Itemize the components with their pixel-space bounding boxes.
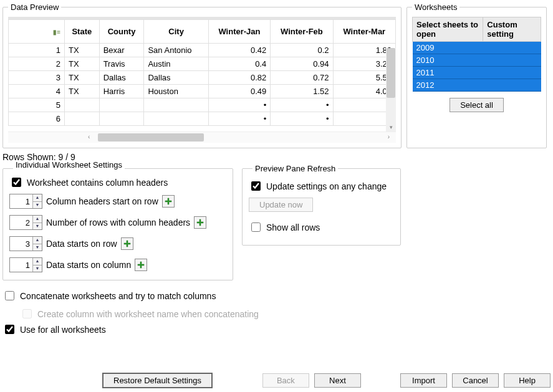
preview-table: ▮≡ State County City Winter-Jan Winter-F…: [8, 19, 396, 126]
table-row[interactable]: 4TXHarrisHouston0.491.524.08: [9, 85, 396, 98]
plus-icon: [196, 218, 204, 227]
worksheets-table: Select sheets to open Custom setting 200…: [412, 17, 541, 92]
update-now-button[interactable]: Update now: [249, 198, 313, 212]
cancel-button[interactable]: Cancel: [452, 373, 499, 388]
spin-down-icon[interactable]: ▼: [33, 244, 42, 251]
worksheet-row[interactable]: 2011: [413, 67, 541, 79]
worksheet-row[interactable]: 2009: [413, 42, 541, 54]
scroll-thumb[interactable]: [387, 48, 395, 98]
add-range-button[interactable]: [194, 216, 206, 229]
worksheets-title: Worksheets: [412, 2, 459, 12]
preview-pane: ▮≡ State County City Winter-Jan Winter-F…: [8, 17, 396, 143]
table-row[interactable]: 1TXBexarSan Antonio0.420.21.82: [9, 44, 396, 57]
col-header[interactable]: County: [99, 20, 144, 44]
worksheet-row[interactable]: 2012: [413, 79, 541, 92]
concat-check[interactable]: Concatenate worksheets and try to match …: [2, 289, 551, 302]
spin-down-icon[interactable]: ▼: [33, 265, 42, 272]
data-preview-title: Data Preview: [8, 2, 61, 12]
update-any-checkbox[interactable]: [251, 181, 261, 191]
use-all-check[interactable]: Use for all worksheets: [2, 323, 551, 336]
worksheet-row[interactable]: 2010: [413, 54, 541, 67]
spin-up-icon[interactable]: ▲: [33, 216, 42, 223]
plus-icon: [123, 239, 132, 248]
update-any-check[interactable]: Update settings on any change: [249, 179, 394, 193]
headers-start-spin[interactable]: ▲▼: [9, 194, 42, 209]
table-row[interactable]: 2TXTravisAustin0.40.943.21: [9, 57, 396, 71]
show-all-check[interactable]: Show all rows: [249, 221, 394, 234]
restore-defaults-button[interactable]: Restore Default Settings: [102, 373, 213, 388]
headers-start-input[interactable]: [10, 194, 32, 208]
vertical-scrollbar[interactable]: ▾: [386, 48, 396, 131]
scroll-thumb[interactable]: [98, 133, 204, 141]
data-col-label: Data starts on column: [46, 260, 131, 270]
col-header[interactable]: Winter-Feb: [271, 20, 333, 44]
num-header-rows-label: Number of rows with column headers: [46, 218, 190, 227]
plus-icon: [137, 261, 145, 269]
data-row-input[interactable]: [10, 237, 32, 251]
worksheets-col-select[interactable]: Select sheets to open: [413, 17, 483, 42]
table-row[interactable]: 6•••: [9, 112, 396, 126]
col-header[interactable]: Winter-Mar: [333, 20, 395, 44]
has-headers-checkbox[interactable]: [12, 178, 21, 187]
spin-up-icon[interactable]: ▲: [33, 237, 42, 244]
add-range-button[interactable]: [135, 259, 147, 271]
num-header-rows-input[interactable]: [10, 216, 32, 229]
select-all-button[interactable]: Select all: [450, 98, 504, 112]
spin-up-icon[interactable]: ▲: [33, 194, 42, 202]
footer-buttons: Restore Default Settings Back Next Impor…: [2, 373, 551, 388]
iws-title: Individual Worksheet Settings: [13, 160, 125, 170]
table-row[interactable]: 3TXDallasDallas0.820.725.56: [9, 71, 396, 85]
spin-down-icon[interactable]: ▼: [33, 223, 42, 230]
create-col-check: Create column with worksheet name when c…: [20, 307, 551, 320]
data-col-input[interactable]: [10, 258, 32, 272]
help-button[interactable]: Help: [504, 373, 551, 388]
back-button[interactable]: Back: [262, 373, 309, 388]
col-header[interactable]: City: [144, 20, 208, 44]
plus-icon: [164, 197, 173, 206]
data-preview-group: Data Preview ▮≡ State County City Winter…: [2, 2, 402, 148]
create-col-checkbox: [22, 309, 32, 318]
corner-cell: ▮≡: [9, 20, 65, 44]
data-col-spin[interactable]: ▲▼: [9, 257, 42, 272]
import-button[interactable]: Import: [400, 373, 447, 388]
table-row[interactable]: 5•••: [9, 98, 396, 112]
corner-glyph-icon: ▮≡: [53, 29, 60, 36]
show-all-checkbox[interactable]: [251, 222, 261, 232]
use-all-checkbox[interactable]: [5, 325, 14, 334]
worksheets-col-custom[interactable]: Custom setting: [483, 17, 541, 42]
data-row-spin[interactable]: ▲▼: [9, 236, 42, 251]
num-header-rows-spin[interactable]: ▲▼: [9, 215, 42, 230]
headers-start-label: Column headers start on row: [46, 196, 158, 206]
ppr-title: Preview Pane Refresh: [252, 164, 338, 173]
next-button[interactable]: Next: [314, 373, 361, 388]
add-range-button[interactable]: [121, 237, 133, 250]
worksheets-group: Worksheets Select sheets to open Custom …: [406, 2, 547, 148]
has-headers-check[interactable]: Worksheet contains column headers: [9, 176, 226, 189]
horizontal-scrollbar[interactable]: ‹ ›: [8, 131, 396, 143]
col-header[interactable]: State: [65, 20, 100, 44]
spin-down-icon[interactable]: ▼: [33, 202, 42, 209]
spin-up-icon[interactable]: ▲: [33, 258, 42, 265]
scroll-right-icon[interactable]: ›: [388, 133, 390, 140]
col-header[interactable]: Winter-Jan: [208, 20, 270, 44]
concat-checkbox[interactable]: [5, 291, 14, 300]
add-range-button[interactable]: [162, 195, 175, 208]
data-row-label: Data starts on row: [46, 239, 117, 249]
scroll-down-icon[interactable]: ▾: [386, 124, 396, 130]
